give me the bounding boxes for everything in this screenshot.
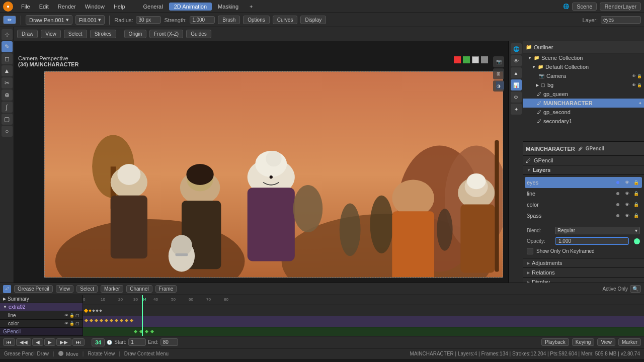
sidebar-view-icon[interactable]: 👁 bbox=[511, 55, 522, 66]
view-btn[interactable]: View bbox=[41, 30, 61, 38]
strength-input[interactable]: 1.000 bbox=[190, 16, 215, 24]
layer-line[interactable]: line 👁 🔒 bbox=[525, 188, 642, 199]
footer-view-btn[interactable]: View bbox=[597, 338, 615, 346]
layer-eyes-vis[interactable]: 👁 bbox=[623, 178, 631, 187]
menu-help[interactable]: Help bbox=[110, 3, 129, 11]
timeline-marker-btn[interactable]: Marker bbox=[101, 285, 123, 293]
scene-name[interactable]: Scene bbox=[572, 3, 597, 11]
draw-tool[interactable]: ✎ bbox=[2, 41, 13, 52]
show-keyframed-checkbox[interactable] bbox=[527, 248, 533, 254]
outliner-item-gp-queen[interactable]: 🖊 gp_queen bbox=[523, 89, 644, 99]
keying-btn[interactable]: Keying bbox=[572, 338, 595, 346]
timeline-channel-btn[interactable]: Channel bbox=[126, 285, 152, 293]
footer-marker-btn[interactable]: Marker bbox=[618, 338, 641, 346]
playback-btn[interactable]: Playback bbox=[541, 338, 569, 346]
sidebar-scene-icon[interactable]: 🌐 bbox=[511, 43, 522, 54]
radius-input[interactable]: 30 px bbox=[136, 16, 161, 24]
prev-frame-btn[interactable]: ◀ bbox=[32, 338, 43, 346]
end-value[interactable]: 80 bbox=[160, 338, 178, 346]
display-section[interactable]: ▶ Display bbox=[523, 278, 644, 283]
outliner-item-maincharacter[interactable]: 🖊 MAINCHARACTER ✦ bbox=[523, 99, 644, 108]
outliner-item-camera[interactable]: 📷 Camera 👁 🔒 bbox=[523, 71, 644, 80]
layer-eyes-lock[interactable]: 🔒 bbox=[632, 178, 640, 187]
layer-3pass-vis[interactable]: 👁 bbox=[623, 212, 631, 220]
outliner-item-scene-collection[interactable]: ▼ 📁 Scene Collection bbox=[523, 53, 644, 62]
timeline-frame-btn[interactable]: Frame bbox=[155, 285, 177, 293]
options-btn[interactable]: Options bbox=[243, 16, 269, 24]
select-btn[interactable]: Select bbox=[64, 30, 87, 38]
layer-line-lock[interactable]: 🔒 bbox=[632, 190, 640, 198]
circle-select-tool[interactable]: ○ bbox=[2, 126, 13, 137]
view-axis-btn[interactable]: Front (X-Z) bbox=[149, 30, 183, 38]
timeline-playhead[interactable] bbox=[142, 295, 143, 336]
color-lock-icon[interactable]: 🔒 bbox=[69, 321, 74, 326]
tab-masking[interactable]: Masking bbox=[213, 3, 244, 11]
timeline-select-btn[interactable]: Select bbox=[76, 285, 98, 293]
layer-color-vis[interactable]: 👁 bbox=[623, 201, 631, 209]
menu-render[interactable]: Render bbox=[54, 3, 80, 11]
select-box-tool[interactable]: ▢ bbox=[2, 114, 13, 125]
tab-general[interactable]: General bbox=[138, 3, 168, 11]
fill-selector[interactable]: Fill.001 ▾ bbox=[75, 15, 105, 25]
tab-2d-animation[interactable]: 2D Animation bbox=[169, 3, 212, 11]
prev-keyframe-btn[interactable]: ◀◀ bbox=[16, 338, 31, 346]
jump-start-btn[interactable]: ⏮ bbox=[3, 338, 15, 346]
layer-3pass-lock[interactable]: 🔒 bbox=[632, 212, 640, 220]
menu-edit[interactable]: Edit bbox=[35, 3, 53, 11]
layer-color[interactable]: color 👁 🔒 bbox=[525, 199, 642, 210]
grease-pencil-mode-btn[interactable]: Grease Pencil bbox=[14, 285, 53, 293]
start-value[interactable]: 1 bbox=[128, 338, 146, 346]
camera-btn[interactable]: 📷 bbox=[493, 56, 504, 67]
outliner-item-default-collection[interactable]: ▼ 📁 Default Collection bbox=[523, 62, 644, 71]
next-frame-btn[interactable]: ▶▶ bbox=[56, 338, 71, 346]
layer-line-vis[interactable]: 👁 bbox=[623, 190, 631, 198]
curve-tool[interactable]: ∫ bbox=[2, 102, 13, 113]
render-layer-name[interactable]: RenderLayer bbox=[600, 3, 641, 11]
layers-section-header[interactable]: ▼ Layers bbox=[523, 165, 644, 175]
menu-window[interactable]: Window bbox=[81, 3, 109, 11]
viewport[interactable]: Camera Perspective (34) MAINCHARACTER bbox=[14, 41, 508, 283]
outliner-item-secondary1[interactable]: 🖊 secondary1 bbox=[523, 117, 644, 126]
mode-button[interactable]: ✏ bbox=[3, 16, 16, 24]
line-lock-icon[interactable]: 🔒 bbox=[69, 313, 74, 318]
line-vis-icon[interactable]: 👁 bbox=[64, 313, 68, 318]
sidebar-material-icon[interactable]: ⚙ bbox=[511, 92, 522, 103]
layer-3pass[interactable]: 3pass 👁 🔒 bbox=[525, 210, 642, 221]
erase-tool[interactable]: ◻ bbox=[2, 53, 13, 64]
outliner-item-bg-parent[interactable]: ▶ ▢ bg 👁 🔒 bbox=[523, 80, 644, 89]
play-btn[interactable]: ▶ bbox=[44, 338, 55, 346]
layer-eyes[interactable]: eyes 👁 🔒 bbox=[525, 177, 642, 188]
blend-dropdown[interactable]: Regular ▾ bbox=[555, 227, 640, 234]
tab-add[interactable]: + bbox=[245, 3, 258, 11]
layer-color-lock[interactable]: 🔒 bbox=[632, 201, 640, 209]
shading-btn[interactable]: ◑ bbox=[493, 80, 504, 92]
menu-file[interactable]: File bbox=[17, 3, 34, 11]
summary-toggle[interactable]: ▶ bbox=[3, 297, 6, 301]
brush-btn[interactable]: Brush bbox=[218, 16, 240, 24]
search-icon[interactable]: 🔍 bbox=[630, 285, 641, 293]
cursor-tool[interactable]: ⊹ bbox=[2, 29, 13, 40]
opacity-input[interactable]: 1.000 bbox=[555, 237, 629, 245]
cut-tool[interactable]: ✂ bbox=[2, 77, 13, 88]
guides-btn[interactable]: Guides bbox=[186, 30, 211, 38]
timeline-ruler[interactable]: 0 10 20 30 34 40 50 60 70 80 bbox=[83, 295, 644, 305]
adjustments-section[interactable]: ▶ Adjustments bbox=[523, 258, 644, 268]
strokes-btn[interactable]: Strokes bbox=[90, 30, 116, 38]
current-frame[interactable]: 34 bbox=[92, 338, 105, 346]
relations-section[interactable]: ▶ Relations bbox=[523, 268, 644, 278]
perspective-btn[interactable]: ⊞ bbox=[493, 68, 504, 79]
layer-selector[interactable]: eyes bbox=[601, 16, 641, 24]
color-vis-icon[interactable]: 👁 bbox=[64, 321, 68, 326]
fill-tool[interactable]: ▲ bbox=[2, 65, 13, 76]
timeline-view-btn[interactable]: View bbox=[56, 285, 74, 293]
brush-selector[interactable]: Draw Pen.001 ▾ bbox=[26, 15, 72, 25]
display-btn[interactable]: Display bbox=[300, 16, 326, 24]
sidebar-data-icon[interactable]: 📊 bbox=[511, 79, 522, 90]
move-tool[interactable]: ⊕ bbox=[2, 89, 13, 101]
extra02-toggle[interactable]: ▼ bbox=[3, 305, 7, 309]
sidebar-object-icon[interactable]: ▲ bbox=[511, 67, 522, 78]
curves-btn[interactable]: Curves bbox=[273, 16, 298, 24]
sidebar-particle-icon[interactable]: ✦ bbox=[511, 104, 522, 115]
outliner-item-gp-second[interactable]: 🖊 gp_second bbox=[523, 108, 644, 117]
draw-mode-btn[interactable]: Draw bbox=[17, 30, 38, 38]
